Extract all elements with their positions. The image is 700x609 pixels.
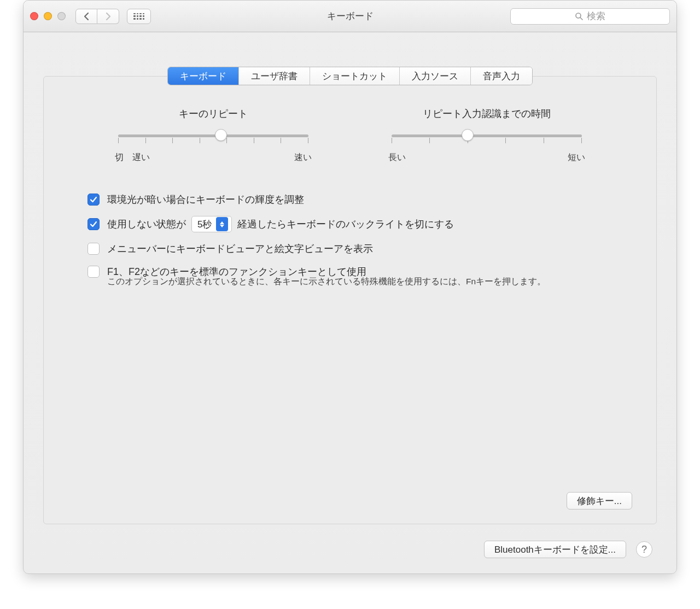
delay-block: リピート入力認識までの時間 長い 短い bbox=[388, 107, 585, 163]
key-repeat-block: キーのリピート 切 遅い 速い bbox=[115, 107, 312, 163]
tabs: キーボード ユーザ辞書 ショートカット 入力ソース 音声入力 bbox=[167, 67, 533, 85]
svg-line-1 bbox=[580, 17, 582, 20]
label-slow: 遅い bbox=[132, 152, 150, 163]
delay-slider[interactable] bbox=[392, 130, 582, 147]
select-value: 5秒 bbox=[197, 218, 212, 231]
nav-buttons bbox=[75, 9, 119, 24]
panel: キーのリピート 切 遅い 速い bbox=[43, 76, 657, 524]
back-button[interactable] bbox=[75, 9, 97, 24]
forward-button[interactable] bbox=[97, 9, 119, 24]
tab-input-sources[interactable]: 入力ソース bbox=[400, 67, 471, 85]
button-label: Bluetoothキーボードを設定... bbox=[494, 543, 616, 556]
check-icon bbox=[90, 196, 97, 203]
delay-title: リピート入力認識までの時間 bbox=[388, 107, 585, 120]
sliders: キーのリピート 切 遅い 速い bbox=[82, 107, 618, 163]
slider-knob[interactable] bbox=[462, 129, 474, 141]
minimize-button[interactable] bbox=[44, 12, 52, 20]
titlebar: キーボード 検索 bbox=[24, 1, 676, 32]
modifier-keys-button[interactable]: 修飾キー... bbox=[567, 492, 632, 510]
tab-dictation[interactable]: 音声入力 bbox=[471, 67, 532, 85]
tab-label: ユーザ辞書 bbox=[251, 70, 298, 83]
tab-label: キーボード bbox=[180, 70, 226, 83]
backlight-checkbox[interactable] bbox=[88, 218, 100, 230]
viewer-checkbox[interactable] bbox=[88, 243, 100, 255]
fn-description: このオプションが選択されているときに、各キーに示されている特殊機能を使用するには… bbox=[107, 276, 618, 288]
tab-user-dictionary[interactable]: ユーザ辞書 bbox=[239, 67, 310, 85]
traffic-lights bbox=[30, 12, 66, 20]
grid-icon bbox=[133, 13, 144, 20]
content: キーボード ユーザ辞書 ショートカット 入力ソース 音声入力 キーのリピート bbox=[24, 32, 676, 524]
preferences-window: キーボード 検索 キーボード ユーザ辞書 ショートカット 入力ソース 音声入力 … bbox=[23, 0, 677, 574]
help-button[interactable]: ? bbox=[636, 541, 652, 558]
chevron-right-icon bbox=[105, 12, 112, 21]
key-repeat-title: キーのリピート bbox=[115, 107, 312, 120]
tab-label: ショートカット bbox=[322, 70, 387, 83]
slider-ticks bbox=[118, 138, 308, 143]
button-label: 修飾キー... bbox=[577, 495, 622, 507]
slider-track bbox=[392, 134, 582, 137]
check-icon bbox=[90, 220, 97, 228]
options: 環境光が暗い場合にキーボードの輝度を調整 使用しない状態が 5秒 経過したらキー… bbox=[88, 193, 618, 288]
option-viewer: メニューバーにキーボードビューアと絵文字ビューアを表示 bbox=[88, 242, 618, 255]
option-backlight-off: 使用しない状態が 5秒 経過したらキーボードのバックライトを切にする bbox=[88, 216, 618, 232]
slider-labels: 切 遅い 速い bbox=[115, 152, 312, 163]
slider-labels: 長い 短い bbox=[388, 152, 585, 163]
label-long: 長い bbox=[388, 152, 406, 163]
show-all-button[interactable] bbox=[127, 9, 151, 24]
option-brightness: 環境光が暗い場合にキーボードの輝度を調整 bbox=[88, 193, 618, 206]
zoom-button bbox=[57, 12, 66, 20]
brightness-label: 環境光が暗い場合にキーボードの輝度を調整 bbox=[107, 193, 304, 206]
slider-ticks bbox=[392, 138, 582, 143]
backlight-suffix: 経過したらキーボードのバックライトを切にする bbox=[237, 218, 454, 231]
chevron-left-icon bbox=[83, 12, 90, 21]
bottom-row: Bluetoothキーボードを設定... ? bbox=[484, 541, 652, 558]
backlight-delay-select[interactable]: 5秒 bbox=[191, 216, 232, 232]
key-repeat-slider[interactable] bbox=[118, 130, 308, 147]
tabs-container: キーボード ユーザ辞書 ショートカット 入力ソース 音声入力 bbox=[43, 67, 657, 85]
tab-shortcuts[interactable]: ショートカット bbox=[310, 67, 400, 85]
slider-knob[interactable] bbox=[215, 129, 227, 141]
search-input[interactable]: 検索 bbox=[510, 8, 670, 25]
close-button[interactable] bbox=[30, 12, 38, 20]
brightness-checkbox[interactable] bbox=[88, 194, 100, 206]
tab-label: 音声入力 bbox=[483, 70, 520, 83]
fn-checkbox[interactable] bbox=[88, 266, 100, 278]
stepper-arrows-icon bbox=[216, 217, 228, 231]
modifier-button-wrap: 修飾キー... bbox=[567, 492, 632, 510]
tab-label: 入力ソース bbox=[412, 70, 458, 83]
search-placeholder: 検索 bbox=[587, 10, 605, 22]
slider-track bbox=[118, 134, 308, 137]
viewer-label: メニューバーにキーボードビューアと絵文字ビューアを表示 bbox=[107, 242, 373, 255]
bluetooth-setup-button[interactable]: Bluetoothキーボードを設定... bbox=[484, 541, 626, 558]
backlight-prefix: 使用しない状態が bbox=[107, 218, 186, 231]
label-short: 短い bbox=[568, 152, 585, 163]
help-icon: ? bbox=[641, 544, 647, 555]
label-fast: 速い bbox=[294, 152, 312, 163]
search-icon bbox=[575, 12, 584, 21]
label-off: 切 bbox=[115, 152, 124, 163]
tab-keyboard[interactable]: キーボード bbox=[168, 67, 239, 85]
